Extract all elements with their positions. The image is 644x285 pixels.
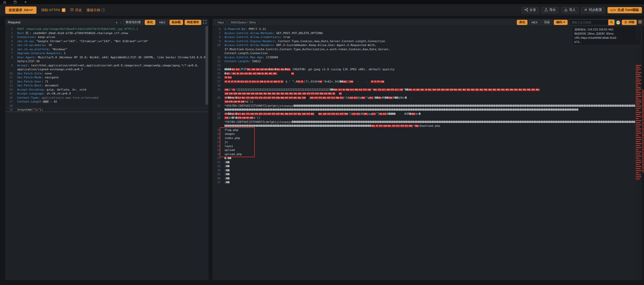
new-tab-icon[interactable] [24, 1, 27, 4]
overlay-timing: 响应时间: 28ms; 总耗时: 80ms; [574, 31, 639, 36]
editor-row: 11Sec-Fetch-Mode: navigate [5, 75, 209, 80]
hex-request-button[interactable]: HEX [157, 20, 168, 25]
request-scrollbar[interactable] [205, 26, 208, 280]
response-editor[interactable]: 6X-Powered-By: PHP/7.3.117Access-Control… [212, 26, 644, 280]
line-number: 33 [212, 164, 224, 168]
encode-button[interactable]: 编码 [554, 20, 568, 25]
force-https-toggle[interactable]: 强制 HTTPS ✓ [41, 8, 65, 12]
line-number: 32 [212, 160, 224, 164]
render-button[interactable]: 渲染 [542, 20, 552, 25]
editor-row: 11Access-Control-Max-Age: 1728000 [212, 55, 644, 60]
code-line: Accept-Language: zh-CN,zh;q=0.9 [17, 92, 209, 96]
scissors-icon[interactable] [3, 1, 6, 4]
force-https-checkbox[interactable]: ✓ [62, 8, 65, 12]
control-char-run: SOHSTXETXNULEOTDC1ENQDC2 [309, 96, 344, 99]
line-number: 24 [212, 128, 224, 132]
code-line: ����������������������������������������… [224, 108, 644, 112]
send-request-label: 发送请求 [9, 8, 22, 12]
export-button[interactable]: 导出 [542, 7, 559, 13]
import-button[interactable]: 导入 [561, 7, 579, 13]
line-number: 15 [212, 72, 224, 76]
code-line: Accept: text/html,application/xhtml+xml,… [17, 64, 209, 68]
editor-row: 18 [212, 84, 644, 88]
search-input[interactable] [569, 20, 608, 25]
editor-row: 30upload.php [212, 152, 644, 156]
control-char-run: BEL [361, 96, 366, 99]
control-char-run: NUL [415, 124, 420, 128]
editor-row: 36(�� [212, 176, 644, 181]
code-line: 1=system("ls"); [17, 108, 209, 112]
packet-scan-button[interactable]: 数据包扫描 [123, 20, 143, 25]
share-icon [525, 8, 528, 12]
details-button[interactable]: 详情 [622, 20, 637, 25]
code-line: Upgrade-Insecure-Requests: 1 [17, 51, 209, 55]
overview-ruler[interactable] [642, 26, 644, 280]
search-icon [610, 20, 613, 25]
send-request-button[interactable]: 发送请求 Alt+↵ [5, 7, 37, 14]
line-number: 11 [5, 75, 17, 80]
control-char-run: NAK [411, 112, 416, 116]
generate-yaml-button[interactable]: </> 生成 Yaml模板 [607, 7, 642, 13]
code-line: SOHSOHSOHSOHSOHSOHSOHSOHNULNULNULNULNULN… [224, 92, 644, 96]
editor-row: 15�NULCNULBSACKACKBELACKENQBSBELBELBEL B… [212, 72, 644, 76]
response-info-overlay: 远程地址: 124.223.158.81:443; 响应时间: 28ms; 总耗… [572, 26, 641, 45]
line-number: 11 [212, 55, 224, 60]
line-number: 18 [212, 84, 224, 88]
fullscreen-icon[interactable] [203, 20, 206, 25]
beautify-response-button[interactable]: 美化 [517, 20, 527, 25]
control-char-run: DLENULSTXSOHETXETXSTXEOTETXENQENQEOTEOTN… [237, 96, 306, 99]
control-char-run: BS [291, 72, 294, 75]
control-char-run: ACKDC2 [352, 112, 361, 116]
next-request-icon[interactable]: › [119, 20, 122, 24]
control-char-run: NULDLE [232, 68, 240, 71]
brute-example-link[interactable]: 爆破示例 ? [87, 8, 105, 12]
chrome-icon[interactable] [616, 20, 620, 24]
line-number: 30 [212, 152, 224, 156]
hot-reload-button[interactable]: 热加载 [169, 20, 183, 25]
more-tools-icon[interactable] [638, 20, 642, 25]
line-number: 15 [5, 92, 17, 96]
hex-response-button[interactable]: HEX [529, 20, 540, 25]
build-request-button[interactable]: 构造请求 [185, 20, 201, 25]
sync-config-button[interactable]: 同步配置 [581, 7, 605, 13]
line-number: 27 [212, 140, 224, 144]
code-line: Sec-Fetch-Dest: document [17, 84, 209, 88]
search-button[interactable] [608, 20, 615, 25]
request-panel: Request ‹ › 数据包扫描 美化 HEX 热加载 构造请求 1POST … [5, 19, 209, 280]
details-label: 详情 [628, 20, 634, 24]
editor-row: 25images [212, 132, 644, 136]
request-editor[interactable]: 1POST /download.php?image=8ef28ae0fc43a1… [5, 26, 209, 280]
code-line: flag.php [224, 128, 644, 132]
force-https-label: 强制 HTTPS [41, 8, 60, 12]
control-char-run: NUL [226, 72, 231, 75]
code-line: (�� [224, 160, 644, 164]
code-line: �]�� [224, 156, 644, 160]
save-icon[interactable] [14, 1, 17, 4]
line-number: 8 [5, 55, 17, 60]
line-number [212, 124, 224, 128]
beautify-request-button[interactable]: 美化 [145, 20, 155, 25]
line-number: 5 [5, 43, 17, 47]
editor-row: Content-Length,Connection [212, 51, 644, 55]
control-char-run: NULSOHSTXETXDC1EOTENQ [318, 112, 349, 116]
prev-request-icon[interactable]: ‹ [116, 20, 118, 24]
line-number: 4 [5, 39, 17, 43]
code-line: SYNETBCANEMSUB%&'() [224, 100, 644, 104]
code-line: (�� [224, 164, 644, 168]
editor-row: 6sec-ch-ua-platform: "Windows" [5, 47, 209, 52]
editor-row: 13 [212, 64, 644, 68]
control-char-run: FFDC4 [224, 76, 232, 79]
scrollbar-thumb[interactable] [205, 26, 208, 105]
response-panel: https 59622bytes / 28ms 美化 HEX 渲染 编码 [212, 19, 644, 280]
editor-row: 35(�� [212, 172, 644, 176]
line-number [212, 108, 224, 112]
share-button[interactable]: 分享 [522, 7, 539, 13]
code-line: POST /download.php?image=8ef28ae0fc43a1c… [17, 27, 209, 31]
control-char-run: BSDC4 [380, 112, 387, 116]
editor-row: If-Modified-Since,Cache-Control,Content-… [212, 47, 644, 52]
code-line: (�� [224, 176, 644, 181]
inline-badge: auto [42, 100, 49, 103]
history-button[interactable]: 历史 [70, 8, 82, 12]
minimap[interactable] [635, 26, 642, 280]
code-line: VT��NUL�DC1NULSTXSOHETXEOTSTXEOTETXEOTBE… [224, 112, 644, 116]
